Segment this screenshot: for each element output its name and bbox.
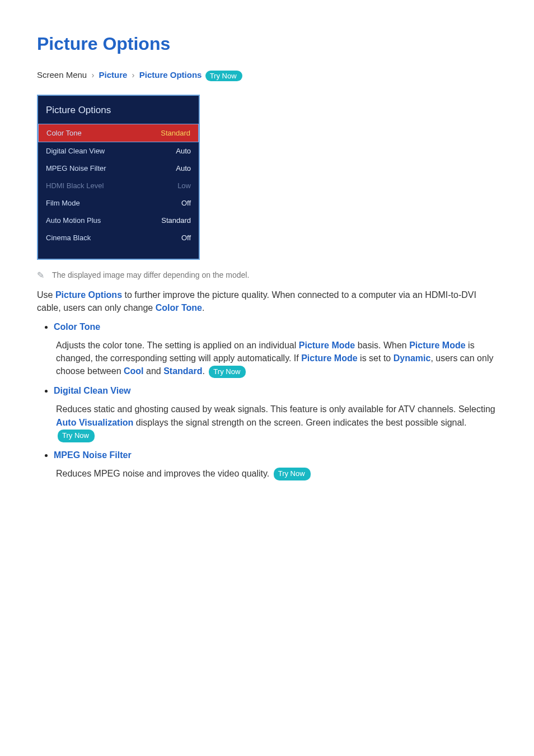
item-title: Digital Clean View (54, 386, 497, 396)
panel-row-label: Color Tone (46, 129, 82, 137)
try-now-badge[interactable]: Try Now (205, 71, 242, 81)
intro-paragraph: Use Picture Options to further improve t… (37, 288, 497, 314)
try-now-badge[interactable]: Try Now (209, 366, 246, 379)
list-item: Digital Clean ViewReduces static and gho… (54, 386, 497, 442)
panel-row-value: Low (177, 181, 191, 190)
panel-row-value: Off (181, 199, 191, 207)
chevron-right-icon: › (91, 70, 94, 80)
panel-row[interactable]: HDMI Black LevelLow (38, 177, 199, 194)
panel-row-label: HDMI Black Level (46, 181, 104, 190)
page-title: Picture Options (37, 34, 497, 54)
item-description: Reduces static and ghosting caused by we… (56, 403, 497, 442)
breadcrumb-seg-picture-options: Picture Options (139, 70, 202, 80)
item-description: Adjusts the color tone. The setting is a… (56, 339, 497, 379)
breadcrumb-seg-picture: Picture (99, 70, 128, 80)
panel-row[interactable]: MPEG Noise FilterAuto (38, 160, 199, 177)
panel-row-label: Digital Clean View (46, 147, 105, 155)
chevron-right-icon: › (132, 70, 135, 80)
pencil-icon: ✎ (37, 270, 44, 281)
panel-row-value: Standard (161, 129, 190, 137)
panel-row[interactable]: Auto Motion PlusStandard (38, 212, 199, 229)
list-item: MPEG Noise FilterReduces MPEG noise and … (54, 450, 497, 480)
panel-row-value: Auto (176, 147, 191, 155)
list-item: Color ToneAdjusts the color tone. The se… (54, 322, 497, 379)
try-now-badge[interactable]: Try Now (58, 430, 95, 442)
panel-row-label: Film Mode (46, 199, 80, 207)
panel-row-value: Standard (161, 216, 191, 225)
item-title: Color Tone (54, 322, 497, 332)
panel-row-label: Cinema Black (46, 234, 91, 242)
panel-row[interactable]: Digital Clean ViewAuto (38, 142, 199, 160)
panel-row-label: Auto Motion Plus (46, 216, 101, 225)
options-list: Color ToneAdjusts the color tone. The se… (37, 322, 497, 480)
model-note-text: The displayed image may differ depending… (52, 270, 249, 279)
panel-row-value: Auto (176, 164, 191, 172)
panel-row[interactable]: Film ModeOff (38, 194, 199, 212)
panel-row-value: Off (181, 234, 191, 242)
breadcrumb-root: Screen Menu (37, 70, 87, 80)
panel-row[interactable]: Color ToneStandard (38, 124, 199, 142)
panel-title: Picture Options (38, 96, 199, 124)
panel-row-label: MPEG Noise Filter (46, 164, 106, 172)
picture-options-panel: Picture Options Color ToneStandardDigita… (37, 95, 200, 260)
panel-row[interactable]: Cinema BlackOff (38, 229, 199, 246)
try-now-badge[interactable]: Try Now (274, 468, 311, 480)
model-note: ✎ The displayed image may differ dependi… (37, 270, 497, 281)
item-title: MPEG Noise Filter (54, 450, 497, 460)
breadcrumb: Screen Menu › Picture › Picture Options … (37, 70, 497, 81)
item-description: Reduces MPEG noise and improves the vide… (56, 467, 497, 480)
